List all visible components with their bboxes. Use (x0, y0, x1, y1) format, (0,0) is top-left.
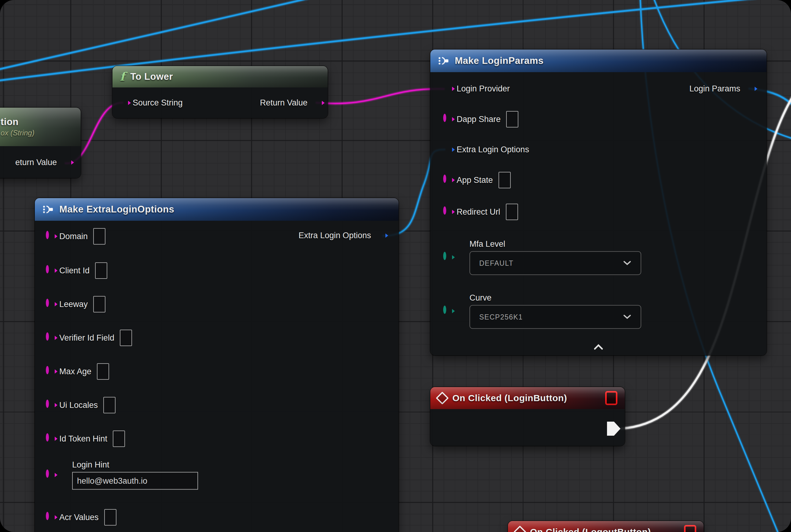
id-token-hint-value-field[interactable] (113, 431, 125, 447)
input-pin-max-age[interactable] (46, 367, 54, 376)
login-hint-value-field[interactable]: hello@web3auth.io (72, 472, 198, 490)
node-string-partial-header[interactable]: tion ox (String) (0, 108, 81, 146)
output-pin-login-params[interactable] (746, 85, 754, 93)
input-pin-acr-values[interactable] (46, 513, 54, 521)
node-title: Make ExtraLoginOptions (59, 204, 174, 215)
redirect-url-value-field[interactable] (506, 204, 518, 220)
pin-label-dapp-share: Dapp Share (457, 115, 501, 124)
pin-label-return-value-partial: eturn Value (15, 158, 57, 167)
pin-label-curve: Curve (469, 293, 641, 303)
pin-label-extra-login-options: Extra Login Options (457, 145, 529, 154)
output-pin-extra-login-options[interactable] (377, 231, 385, 240)
app-state-value-field[interactable] (499, 172, 511, 188)
input-pin-login-hint[interactable] (46, 471, 54, 479)
event-diamond-icon (436, 392, 449, 404)
node-to-lower[interactable]: f To Lower Source String Return Value (113, 66, 328, 118)
input-pin-source-string[interactable] (119, 99, 127, 107)
node-title: On Clicked (LoginButton) (452, 393, 567, 403)
input-pin-id-token-hint[interactable] (46, 435, 54, 443)
node-string-partial[interactable]: tion ox (String) eturn Value (0, 108, 81, 178)
output-pin-return-value[interactable] (313, 99, 321, 107)
output-pin-return-value-partial[interactable] (62, 158, 70, 166)
pin-label-mfa-level: Mfa Level (469, 240, 641, 249)
function-f-icon: f (120, 71, 125, 82)
node-make-login-params[interactable]: Make LoginParams Login Params Login Prov… (430, 50, 767, 355)
make-struct-icon (438, 56, 449, 66)
pin-label-return-value: Return Value (260, 98, 307, 108)
input-pin-app-state[interactable] (443, 176, 451, 184)
pin-label-acr-values: Acr Values (59, 513, 99, 522)
pin-label-domain: Domain (59, 232, 88, 241)
event-diamond-icon (514, 526, 526, 532)
ui-locales-value-field[interactable] (103, 397, 116, 413)
node-subtitle-fragment: ox (String) (1, 129, 35, 137)
exec-output-pin[interactable] (607, 422, 620, 436)
chevron-down-icon (623, 314, 632, 320)
input-pin-curve[interactable] (443, 307, 451, 315)
pin-label-redirect-url: Redirect Url (457, 207, 500, 217)
domain-value-field[interactable] (93, 228, 105, 245)
chevron-down-icon (623, 261, 632, 266)
pin-label-login-provider: Login Provider (457, 84, 510, 94)
leeway-value-field[interactable] (93, 296, 105, 312)
input-pin-domain[interactable] (46, 232, 54, 240)
login-hint-value: hello@web3auth.io (77, 476, 147, 486)
input-pin-login-provider[interactable] (443, 85, 451, 93)
node-on-clicked-login-button[interactable]: On Clicked (LoginButton) (430, 387, 625, 446)
node-on-clicked-logout-header[interactable]: On Clicked (LogoutButton) (508, 521, 703, 532)
pin-label-max-age: Max Age (59, 367, 91, 376)
node-title: To Lower (130, 71, 173, 82)
pin-label-leeway: Leeway (59, 300, 88, 309)
pin-label-login-params: Login Params (689, 84, 740, 94)
node-title-fragment: tion (1, 116, 19, 128)
mfa-level-value: DEFAULT (479, 259, 514, 267)
acr-values-value-field[interactable] (104, 509, 116, 526)
pin-label-source-string: Source String (133, 98, 183, 108)
max-age-value-field[interactable] (97, 363, 109, 380)
node-make-extra-login-options-header[interactable]: Make ExtraLoginOptions (35, 198, 399, 221)
widget-event-icon (684, 525, 696, 532)
curve-dropdown[interactable]: SECP256K1 (469, 305, 641, 329)
wire-glow (317, 89, 444, 103)
pin-label-id-token-hint: Id Token Hint (59, 434, 107, 444)
pin-label-verifier-id-field: Verifier Id Field (59, 333, 114, 343)
node-make-login-params-header[interactable]: Make LoginParams (430, 50, 767, 72)
dapp-share-value-field[interactable] (506, 111, 518, 128)
input-pin-client-id[interactable] (46, 267, 54, 274)
pin-label-ui-locales: Ui Locales (59, 401, 98, 410)
input-pin-extra-login-options[interactable] (443, 146, 451, 153)
curve-value: SECP256K1 (479, 313, 523, 321)
verifier-id-value-field[interactable] (120, 329, 132, 346)
node-title: Make LoginParams (455, 55, 544, 66)
input-pin-verifier-id-field[interactable] (46, 334, 54, 342)
node-make-extra-login-options[interactable]: Make ExtraLoginOptions Extra Login Optio… (35, 198, 399, 532)
input-pin-dapp-share[interactable] (443, 115, 451, 123)
input-pin-redirect-url[interactable] (443, 208, 451, 216)
input-pin-leeway[interactable] (46, 300, 54, 308)
client-id-value-field[interactable] (95, 262, 107, 279)
chevron-up-icon (593, 344, 604, 350)
node-on-clicked-logout-button[interactable]: On Clicked (LogoutButton) (508, 521, 703, 532)
make-struct-icon (42, 205, 54, 214)
blueprint-graph-canvas[interactable]: tion ox (String) eturn Value f To Lower … (0, 0, 791, 532)
pin-label-login-hint: Login Hint (72, 460, 198, 470)
input-pin-mfa-level[interactable] (443, 253, 451, 261)
node-to-lower-header[interactable]: f To Lower (113, 66, 328, 88)
pin-label-app-state: App State (457, 175, 493, 185)
node-title: On Clicked (LogoutButton) (530, 527, 651, 532)
input-pin-ui-locales[interactable] (46, 401, 54, 409)
node-on-clicked-login-header[interactable]: On Clicked (LoginButton) (430, 387, 625, 409)
pin-label-client-id: Client Id (59, 266, 90, 276)
widget-event-icon (605, 391, 617, 405)
pin-label-extra-login-options-out: Extra Login Options (298, 231, 371, 240)
node-collapse-button[interactable] (593, 344, 604, 352)
mfa-level-dropdown[interactable]: DEFAULT (469, 251, 641, 275)
